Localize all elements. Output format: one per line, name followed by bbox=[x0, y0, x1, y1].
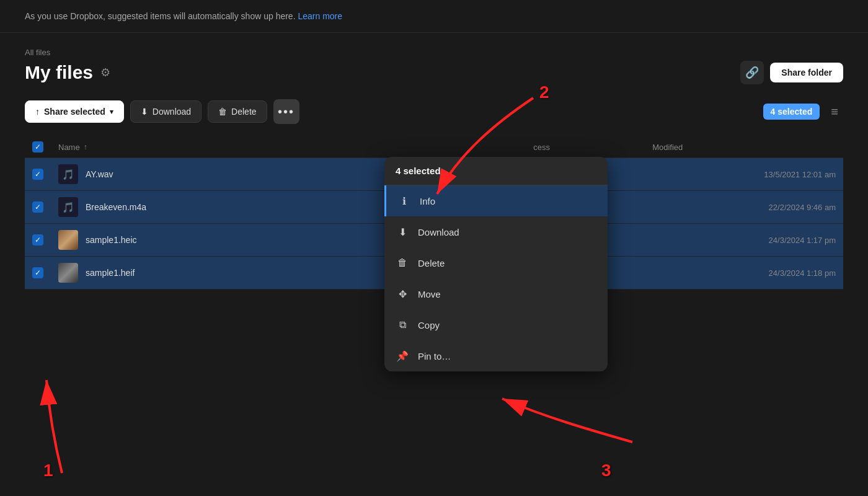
file-name-label: AY.wav bbox=[86, 169, 113, 179]
move-icon: ✥ bbox=[396, 287, 409, 301]
more-options-button[interactable]: ••• bbox=[273, 99, 299, 124]
banner-text: As you use Dropbox, suggested items will… bbox=[25, 11, 296, 21]
main-content: All files My files ⚙ 🔗 Share folder ↑ Sh… bbox=[0, 33, 868, 304]
context-menu-item-move[interactable]: ✥Move bbox=[384, 278, 608, 309]
settings-icon[interactable]: ⚙ bbox=[100, 66, 110, 79]
annotation-1: 1 bbox=[43, 461, 53, 480]
page-title: My files bbox=[25, 62, 93, 83]
context-menu-item-label: Move bbox=[418, 289, 441, 299]
copy-icon: ⧉ bbox=[396, 318, 409, 332]
context-menu-item-label: Download bbox=[418, 227, 459, 237]
share-folder-button[interactable]: Share folder bbox=[770, 63, 843, 82]
sort-arrow-icon: ↑ bbox=[84, 143, 87, 151]
row-checkbox[interactable]: ✓ bbox=[32, 169, 43, 180]
delete-icon: 🗑 bbox=[396, 256, 409, 270]
table-header: ✓ Name ↑ cess Modified bbox=[25, 136, 843, 158]
image-thumbnail bbox=[58, 263, 78, 283]
file-name-label: sample1.heic bbox=[86, 235, 137, 245]
annotation-3: 3 bbox=[601, 461, 611, 480]
audio-file-icon: 🎵 bbox=[58, 164, 78, 184]
download-icon: ⬇ bbox=[396, 225, 409, 239]
page-header-left: My files ⚙ bbox=[25, 62, 110, 83]
modified-cell: 22/2/2024 9:46 am bbox=[645, 191, 843, 224]
share-selected-button[interactable]: ↑ Share selected ▾ bbox=[25, 100, 124, 123]
learn-more-link[interactable]: Learn more bbox=[298, 11, 342, 21]
download-label: Download bbox=[153, 107, 191, 117]
context-menu-item-label: Info bbox=[420, 196, 435, 206]
link-icon: 🔗 bbox=[745, 66, 759, 79]
col-modified-header: Modified bbox=[645, 136, 843, 158]
context-menu-item-info[interactable]: ℹInfo bbox=[384, 185, 608, 216]
more-icon: ••• bbox=[278, 105, 294, 119]
page-header-right: 🔗 Share folder bbox=[740, 61, 843, 84]
info-icon: ℹ bbox=[397, 194, 411, 208]
col-access-header: cess bbox=[526, 136, 645, 158]
breadcrumb: All files bbox=[25, 48, 843, 57]
file-name-label: Breakeven.m4a bbox=[86, 202, 146, 212]
context-menu-item-delete[interactable]: 🗑Delete bbox=[384, 247, 608, 278]
col-name-header: Name ↑ bbox=[51, 136, 526, 158]
toolbar: ↑ Share selected ▾ ⬇ Download 🗑 Delete •… bbox=[25, 99, 843, 124]
delete-label: Delete bbox=[231, 107, 256, 117]
audio-file-icon: 🎵 bbox=[58, 197, 78, 217]
row-checkbox[interactable]: ✓ bbox=[32, 234, 43, 246]
pin to…-icon: 📌 bbox=[396, 349, 409, 363]
context-menu-item-copy[interactable]: ⧉Copy bbox=[384, 309, 608, 340]
list-view-icon[interactable]: ≡ bbox=[826, 102, 843, 122]
download-button[interactable]: ⬇ Download bbox=[130, 100, 202, 123]
row-checkbox[interactable]: ✓ bbox=[32, 202, 43, 213]
context-menu-item-label: Pin to… bbox=[418, 351, 451, 361]
select-all-checkbox[interactable]: ✓ bbox=[32, 141, 43, 153]
share-icon: ↑ bbox=[35, 107, 40, 117]
share-selected-label: Share selected bbox=[44, 107, 105, 117]
context-menu-item-label: Delete bbox=[418, 258, 445, 268]
download-icon: ⬇ bbox=[141, 107, 148, 117]
context-menu-items: ℹInfo⬇Download🗑Delete✥Move⧉Copy📌Pin to… bbox=[384, 185, 608, 371]
page-header: My files ⚙ 🔗 Share folder bbox=[25, 61, 843, 84]
arrow-1-svg bbox=[31, 361, 155, 485]
image-thumbnail bbox=[58, 230, 78, 250]
modified-cell: 24/3/2024 1:18 pm bbox=[645, 257, 843, 290]
context-menu: 4 selected ℹInfo⬇Download🗑Delete✥Move⧉Co… bbox=[384, 157, 608, 371]
arrow-3-svg bbox=[465, 380, 639, 454]
chevron-down-icon: ▾ bbox=[110, 108, 113, 116]
context-menu-item-pin-to…[interactable]: 📌Pin to… bbox=[384, 340, 608, 371]
context-menu-header: 4 selected bbox=[384, 157, 608, 185]
share-link-icon-button[interactable]: 🔗 bbox=[740, 61, 764, 84]
modified-cell: 13/5/2021 12:01 am bbox=[645, 158, 843, 191]
suggestion-banner: As you use Dropbox, suggested items will… bbox=[0, 0, 868, 33]
modified-cell: 24/3/2024 1:17 pm bbox=[645, 224, 843, 257]
selected-badge: 4 selected bbox=[763, 104, 820, 120]
row-checkbox[interactable]: ✓ bbox=[32, 267, 43, 278]
file-name-label: sample1.heif bbox=[86, 268, 135, 278]
context-menu-item-label: Copy bbox=[418, 320, 440, 330]
trash-icon: 🗑 bbox=[218, 107, 227, 117]
context-menu-item-download[interactable]: ⬇Download bbox=[384, 216, 608, 247]
delete-button[interactable]: 🗑 Delete bbox=[208, 100, 267, 123]
